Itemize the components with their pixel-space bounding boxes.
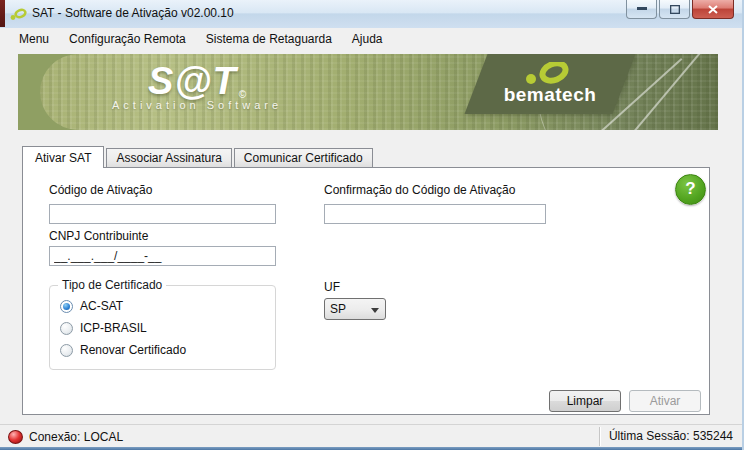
window-controls (626, 0, 734, 19)
uf-select[interactable]: SP (324, 298, 386, 320)
bematech-logo: bematech (464, 54, 635, 114)
radio-renovar-certificado-label: Renovar Certificado (80, 343, 186, 357)
window-edge (0, 0, 5, 27)
app-window: SAT - Software de Ativação v02.00.10 Men… (0, 0, 744, 450)
radio-icon (60, 322, 73, 335)
app-icon (10, 8, 27, 21)
statusbar-separator (599, 427, 601, 446)
tipo-certificado-group: Tipo de Certificado AC-SAT ICP-BRASIL Re… (49, 285, 276, 370)
radio-icon (60, 344, 73, 357)
sat-logo: S@T© Activation Software (112, 60, 282, 111)
cnpj-contribuinte-input[interactable] (49, 246, 276, 266)
close-icon (708, 5, 718, 14)
maximize-icon (670, 5, 680, 14)
radio-icp-brasil-label: ICP-BRASIL (80, 321, 147, 335)
minimize-button[interactable] (626, 0, 657, 19)
help-button[interactable]: ? (675, 174, 706, 205)
tab-associar-assinatura[interactable]: Associar Assinatura (106, 148, 231, 167)
menu-item-ajuda[interactable]: Ajuda (342, 30, 393, 48)
sat-logo-text: S@T (148, 60, 237, 102)
menu-item-sistema-retaguarda[interactable]: Sistema de Retaguarda (196, 30, 342, 48)
sat-logo-subtitle: Activation Software (112, 99, 282, 111)
radio-ac-sat-label: AC-SAT (80, 299, 123, 313)
statusbar: Conexão: LOCAL Última Sessão: 535244 (0, 424, 742, 448)
uf-label: UF (324, 280, 340, 294)
ativar-button[interactable]: Ativar (629, 390, 701, 412)
uf-selected-value: SP (330, 302, 346, 316)
banner-cityscape: S@T© Activation Software bematech (40, 54, 718, 130)
limpar-button[interactable]: Limpar (549, 390, 621, 412)
banner: S@T© Activation Software bematech (18, 54, 718, 130)
tab-panel-ativar-sat: ? Código de Ativação Confirmação do Códi… (22, 167, 710, 415)
tipo-certificado-legend: Tipo de Certificado (58, 278, 166, 292)
codigo-ativacao-input[interactable] (49, 204, 276, 224)
tab-ativar-sat[interactable]: Ativar SAT (22, 146, 104, 168)
radio-renovar-certificado[interactable]: Renovar Certificado (60, 343, 275, 357)
titlebar: SAT - Software de Ativação v02.00.10 (0, 0, 742, 29)
tab-comunicar-certificado[interactable]: Comunicar Certificado (234, 148, 373, 167)
confirmacao-codigo-label: Confirmação do Código de Ativação (324, 183, 515, 197)
maximize-button[interactable] (659, 0, 690, 19)
confirmacao-codigo-input[interactable] (324, 204, 546, 224)
window-title: SAT - Software de Ativação v02.00.10 (32, 0, 234, 27)
connection-status: Conexão: LOCAL (29, 430, 123, 444)
radio-icon (60, 300, 73, 313)
menubar: Menu Configuração Remota Sistema de Reta… (0, 28, 742, 49)
menu-item-configuracao-remota[interactable]: Configuração Remota (59, 30, 196, 48)
close-button[interactable] (692, 0, 734, 19)
bematech-mark-icon (524, 62, 576, 86)
radio-ac-sat[interactable]: AC-SAT (60, 299, 275, 313)
codigo-ativacao-label: Código de Ativação (49, 183, 152, 197)
minimize-icon (637, 7, 647, 11)
connection-status-icon (8, 430, 23, 444)
last-session: Última Sessão: 535244 (609, 425, 733, 448)
tab-bar: Ativar SAT Associar Assinatura Comunicar… (22, 146, 375, 167)
menu-item-menu[interactable]: Menu (9, 30, 59, 48)
chevron-down-icon (371, 308, 379, 313)
cnpj-contribuinte-label: CNPJ Contribuinte (49, 229, 148, 243)
radio-icp-brasil[interactable]: ICP-BRASIL (60, 321, 275, 335)
bematech-logo-text: bematech (504, 84, 597, 106)
